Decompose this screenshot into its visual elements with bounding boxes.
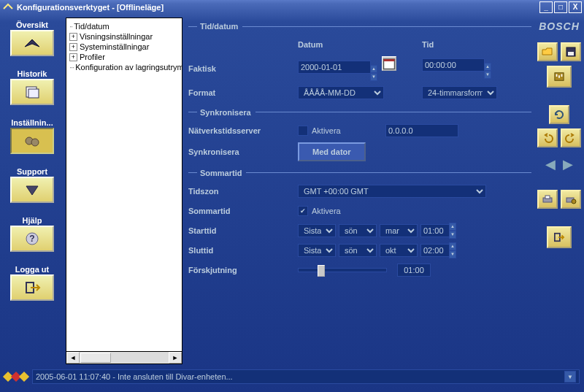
tree-item-label: Konfiguration av lagringsutrym xyxy=(75,63,182,72)
maximize-button[interactable]: □ xyxy=(554,1,567,13)
print-button[interactable] xyxy=(537,190,558,209)
svg-rect-12 xyxy=(556,74,558,77)
nav-help-button[interactable]: ? xyxy=(10,226,54,252)
prev-arrow[interactable]: ◀ xyxy=(542,156,558,172)
timezone-select[interactable]: GMT +00:00 GMT xyxy=(298,185,486,198)
svg-point-3 xyxy=(31,139,39,146)
dst-enable-label: Aktivera xyxy=(312,207,341,215)
svg-rect-1 xyxy=(28,89,39,98)
time-format-select[interactable]: 24-timmarsformat xyxy=(422,86,497,99)
print-settings-button[interactable] xyxy=(561,190,581,209)
offset-slider[interactable] xyxy=(298,268,387,272)
tree-hscrollbar[interactable]: ◄ ► xyxy=(66,351,182,364)
scroll-thumb[interactable] xyxy=(80,353,111,363)
calendar-icon xyxy=(383,57,396,70)
scroll-right-button[interactable]: ► xyxy=(169,352,182,364)
slider-thumb[interactable] xyxy=(318,265,325,277)
nav-overview-label: Översikt xyxy=(4,20,61,29)
label-format: Format xyxy=(188,88,298,97)
end-time-spinner[interactable]: ▲▼ xyxy=(449,242,456,258)
start-dow-select[interactable]: sön xyxy=(339,224,377,237)
exit-icon xyxy=(553,232,565,242)
diamond-icon xyxy=(19,372,29,382)
logout-icon xyxy=(22,280,42,296)
support-icon xyxy=(22,182,42,198)
status-dropdown-button[interactable]: ▼ xyxy=(564,371,576,383)
label-dst: Sommartid xyxy=(188,207,298,215)
history-icon xyxy=(22,84,42,100)
label-offset: Förskjutning xyxy=(188,266,298,274)
time-value-field[interactable]: 00:00:00 xyxy=(422,58,485,72)
date-format-select[interactable]: ÅÅÅÅ-MM-DD xyxy=(298,86,384,99)
nav-settings-label: Inställnin... xyxy=(4,118,61,127)
tree-item-storage[interactable]: ···Konfiguration av lagringsutrym xyxy=(68,62,180,72)
tree-item-profiles[interactable]: +Profiler xyxy=(68,52,180,62)
col-header-time: Tid xyxy=(422,40,510,49)
undo-button[interactable] xyxy=(537,128,558,147)
date-value-field[interactable]: 2000-01-01 xyxy=(298,61,371,74)
ntp-enable-checkbox[interactable] xyxy=(298,126,308,136)
refresh-icon xyxy=(553,109,565,120)
tree-item-label: Systeminställningar xyxy=(80,42,149,51)
group-tiddatum: Tid/datum Datum Tid Faktisk 2000-01-01▲▼… xyxy=(188,22,531,101)
tree-item-display[interactable]: +Visningsinställningar xyxy=(68,31,180,42)
config-tree[interactable]: ··Tid/datum +Visningsinställningar +Syst… xyxy=(66,18,182,351)
save-button[interactable] xyxy=(561,42,581,61)
right-toolbar: BOSCH ◀ ▶ xyxy=(537,18,581,364)
nav-settings-button[interactable] xyxy=(10,128,54,154)
nav-logout-label: Logga ut xyxy=(4,265,61,274)
start-time-field[interactable]: 01:00 xyxy=(420,224,450,237)
scroll-left-button[interactable]: ◄ xyxy=(66,352,80,364)
title-bar: Konfigurationsverktyget - [Offlineläge] … xyxy=(0,0,584,15)
redo-icon xyxy=(565,133,577,143)
window-title: Konfigurationsverktyget - [Offlineläge] xyxy=(17,3,164,12)
status-message-field[interactable]: 2005-06-01 11:07:40 - Inte ansluten till… xyxy=(32,369,580,384)
tree-item-label: Visningsinställningar xyxy=(80,32,153,41)
folder-open-icon xyxy=(542,47,553,57)
tree-item-label: Profiler xyxy=(80,53,105,61)
nav-overview-button[interactable] xyxy=(10,30,54,56)
printer-gear-icon xyxy=(565,194,577,204)
redo-button[interactable] xyxy=(561,128,581,147)
left-nav: Översikt Historik Inställnin... Support xyxy=(3,18,61,364)
config-button[interactable] xyxy=(547,66,572,88)
sync-with-pc-button[interactable]: Med dator xyxy=(298,142,366,161)
start-time-spinner[interactable]: ▲▼ xyxy=(449,223,456,239)
refresh-button[interactable] xyxy=(549,105,569,124)
next-arrow[interactable]: ▶ xyxy=(560,156,576,172)
help-icon: ? xyxy=(22,231,42,247)
svg-rect-10 xyxy=(568,52,574,55)
tree-item-tiddatum[interactable]: ··Tid/datum xyxy=(68,21,180,31)
exit-button[interactable] xyxy=(547,226,572,248)
ntp-ip-field[interactable]: 0.0.0.0 xyxy=(385,124,458,137)
end-time-field[interactable]: 02:00 xyxy=(420,244,450,257)
end-which-select[interactable]: Sista xyxy=(298,244,336,257)
label-endtime: Sluttid xyxy=(188,246,298,255)
content-panel: Tid/datum Datum Tid Faktisk 2000-01-01▲▼… xyxy=(187,18,533,364)
date-spinner[interactable]: ▲▼ xyxy=(370,65,377,81)
brand-logo: BOSCH xyxy=(539,20,580,32)
svg-text:?: ? xyxy=(29,234,34,244)
end-month-select[interactable]: okt xyxy=(380,244,418,257)
end-dow-select[interactable]: sön xyxy=(339,244,377,257)
app-icon xyxy=(2,1,14,13)
nav-history-button[interactable] xyxy=(10,79,54,105)
label-sync: Synkronisera xyxy=(188,147,298,156)
dst-enable-checkbox[interactable]: ✔ xyxy=(298,206,308,216)
nav-support-button[interactable] xyxy=(10,177,54,203)
nav-logout-button[interactable] xyxy=(10,274,54,301)
time-spinner[interactable]: ▲▼ xyxy=(484,63,491,79)
label-starttime: Starttid xyxy=(188,226,298,235)
label-timezone: Tidszon xyxy=(188,187,298,196)
tree-item-system[interactable]: +Systeminställningar xyxy=(68,42,180,52)
minimize-button[interactable]: _ xyxy=(539,1,553,13)
status-text: 2005-06-01 11:07:40 - Inte ansluten till… xyxy=(36,372,233,381)
calendar-button[interactable] xyxy=(382,56,396,71)
open-button[interactable] xyxy=(537,42,558,61)
nav-support-label: Support xyxy=(4,167,61,176)
start-which-select[interactable]: Sista xyxy=(298,224,336,237)
close-button[interactable]: X xyxy=(569,1,582,13)
group-sync: Synkronisera Nätverkstidsserver Aktivera… xyxy=(188,108,531,161)
overview-icon xyxy=(22,35,42,51)
start-month-select[interactable]: mar xyxy=(380,224,418,237)
